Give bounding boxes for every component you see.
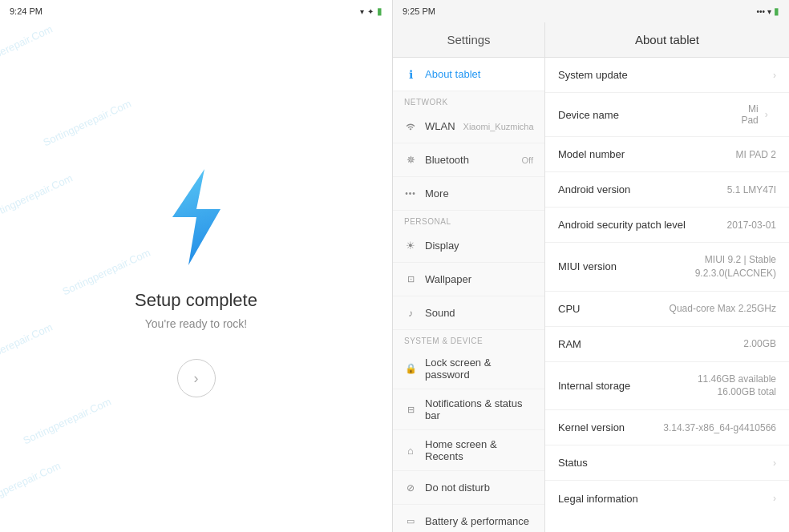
settings-title: Settings <box>393 22 545 57</box>
sidebar-item-lock-screen[interactable]: 🔒 Lock screen & password <box>393 349 544 389</box>
sidebar-item-display[interactable]: ☀ Display <box>393 229 544 263</box>
svg-marker-0 <box>172 169 221 265</box>
lock-icon: 🔒 <box>404 363 417 374</box>
setup-panel: 9:24 PM ▾ ✦ ▮ Setup complete You're read… <box>0 0 393 532</box>
detail-label-system-update: System update <box>558 69 628 81</box>
detail-value-kernel-version: 3.14.37-x86_64-g4410566 <box>663 422 776 433</box>
sidebar-label-more: More <box>425 187 533 200</box>
detail-row-internal-storage: Internal storage 11.46GB available16.00G… <box>545 362 789 411</box>
display-icon: ☀ <box>404 240 417 252</box>
sidebar-item-wlan[interactable]: WLAN Xiaomi_Kuzmicha <box>393 110 544 143</box>
detail-row-android-version: Android version 5.1 LMY47I <box>545 172 789 208</box>
detail-label-legal: Legal information <box>558 493 638 505</box>
info-icon: ℹ <box>404 68 417 81</box>
sidebar-label-home: Home screen & Recents <box>425 438 533 462</box>
next-button[interactable]: › <box>177 359 216 397</box>
detail-label-miui-version: MIUI version <box>558 260 617 272</box>
sidebar-label-notifications: Notifications & status bar <box>425 397 533 421</box>
wifi-nav-icon <box>404 122 417 131</box>
signal-icon: ✦ <box>367 7 374 16</box>
right-status-icons: ••• ▾ ▮ <box>756 6 779 17</box>
chevron-right-status: › <box>773 457 776 469</box>
detail-row-device-name[interactable]: Device name Mi Pad › <box>545 93 789 137</box>
detail-panel: System update › Device name Mi Pad › Mod… <box>545 58 789 532</box>
detail-label-cpu: CPU <box>558 303 580 315</box>
wallpaper-icon: ⊡ <box>404 274 417 284</box>
detail-row-cpu: CPU Quad-core Max 2.25GHz <box>545 292 789 327</box>
sidebar-item-battery[interactable]: ▭ Battery & performance <box>393 505 544 532</box>
left-time: 9:24 PM <box>10 6 42 16</box>
right-time: 9:25 PM <box>403 6 435 16</box>
detail-value-internal-storage: 11.46GB available16.00GB total <box>698 373 776 400</box>
detail-row-status[interactable]: Status › <box>545 445 789 481</box>
sidebar-item-dnd[interactable]: ⊘ Do not disturb <box>393 471 544 505</box>
settings-body: ℹ About tablet NETWORK WLAN Xiaomi_Kuzmi… <box>393 58 789 532</box>
detail-value-cpu: Quad-core Max 2.25GHz <box>670 303 776 314</box>
detail-value-android-version: 5.1 LMY47I <box>727 184 776 195</box>
detail-label-android-version: Android version <box>558 183 630 195</box>
wifi-icon: ▾ <box>360 7 364 16</box>
battery-green-icon2: ▮ <box>774 6 779 17</box>
notifications-icon: ⊟ <box>404 405 417 415</box>
detail-row-legal-information[interactable]: Legal information › <box>545 481 789 516</box>
dnd-icon: ⊘ <box>404 482 417 494</box>
detail-label-device-name: Device name <box>558 109 619 121</box>
sidebar-label-battery: Battery & performance <box>425 515 533 527</box>
dots-icon: ••• <box>756 7 765 16</box>
detail-value-model-number: MI PAD 2 <box>736 149 776 160</box>
setup-content: Setup complete You're ready to rock! › <box>0 22 392 532</box>
battery-green-icon: ▮ <box>377 6 382 17</box>
detail-label-kernel-version: Kernel version <box>558 421 625 433</box>
chevron-right-system-update: › <box>773 70 776 81</box>
sidebar-label-about: About tablet <box>425 68 533 80</box>
detail-value-miui-version: MIUI 9.2 | Stable9.2.3.0(LACCNEK) <box>695 253 776 280</box>
sidebar-item-sound[interactable]: ♪ Sound <box>393 296 544 330</box>
sidebar-label-sound: Sound <box>425 307 533 319</box>
detail-label-internal-storage: Internal storage <box>558 380 630 392</box>
sidebar-value-wlan: Xiaomi_Kuzmicha <box>463 122 534 131</box>
detail-label-security-patch: Android security patch level <box>558 219 686 231</box>
sidebar-section-personal: PERSONAL <box>393 211 544 229</box>
detail-row-security-patch: Android security patch level 2017-03-01 <box>545 208 789 243</box>
detail-row-miui-version: MIUI version MIUI 9.2 | Stable9.2.3.0(LA… <box>545 243 789 292</box>
detail-row-kernel-version: Kernel version 3.14.37-x86_64-g4410566 <box>545 410 789 445</box>
sidebar-label-display: Display <box>425 240 533 252</box>
sidebar-label-bluetooth: Bluetooth <box>425 154 514 166</box>
settings-panel: 9:25 PM ••• ▾ ▮ Settings About tablet ℹ … <box>393 0 789 532</box>
detail-value-device-name: Mi Pad <box>737 103 759 126</box>
about-tablet-title: About tablet <box>545 33 789 46</box>
chevron-right-legal: › <box>773 493 776 504</box>
detail-row-model-number: Model number MI PAD 2 <box>545 137 789 172</box>
detail-label-ram: RAM <box>558 338 581 350</box>
chevron-right-device-name: › <box>765 109 768 120</box>
bluetooth-icon: ✵ <box>404 154 417 166</box>
next-arrow-icon: › <box>194 370 199 387</box>
detail-label-model-number: Model number <box>558 148 625 160</box>
settings-sidebar: ℹ About tablet NETWORK WLAN Xiaomi_Kuzmi… <box>393 58 545 532</box>
home-icon: ⌂ <box>404 445 417 457</box>
sidebar-label-lock: Lock screen & password <box>425 357 533 381</box>
battery-icon: ▭ <box>404 516 417 526</box>
sidebar-section-system: SYSTEM & DEVICE <box>393 330 544 349</box>
sidebar-item-wallpaper[interactable]: ⊡ Wallpaper <box>393 263 544 296</box>
sidebar-item-home-screen[interactable]: ⌂ Home screen & Recents <box>393 430 544 471</box>
sidebar-item-about-tablet[interactable]: ℹ About tablet <box>393 58 544 91</box>
right-status-bar: 9:25 PM ••• ▾ ▮ <box>393 0 789 22</box>
sidebar-label-wlan: WLAN <box>425 120 455 132</box>
sound-icon: ♪ <box>404 308 417 319</box>
lightning-icon <box>148 157 245 277</box>
sidebar-item-notifications[interactable]: ⊟ Notifications & status bar <box>393 389 544 430</box>
detail-row-system-update[interactable]: System update › <box>545 58 789 93</box>
sidebar-label-wallpaper: Wallpaper <box>425 273 533 285</box>
sidebar-item-more[interactable]: ••• More <box>393 177 544 211</box>
sidebar-label-dnd: Do not disturb <box>425 482 533 494</box>
setup-subtitle: You're ready to rock! <box>145 317 247 330</box>
left-status-bar: 9:24 PM ▾ ✦ ▮ <box>0 0 392 22</box>
sidebar-item-bluetooth[interactable]: ✵ Bluetooth Off <box>393 143 544 177</box>
detail-value-ram: 2.00GB <box>743 338 776 349</box>
left-status-icons: ▾ ✦ ▮ <box>360 6 382 17</box>
detail-row-ram: RAM 2.00GB <box>545 327 789 362</box>
setup-title: Setup complete <box>135 290 257 311</box>
wifi-signal-icon: ▾ <box>767 7 771 16</box>
more-icon: ••• <box>404 189 417 198</box>
